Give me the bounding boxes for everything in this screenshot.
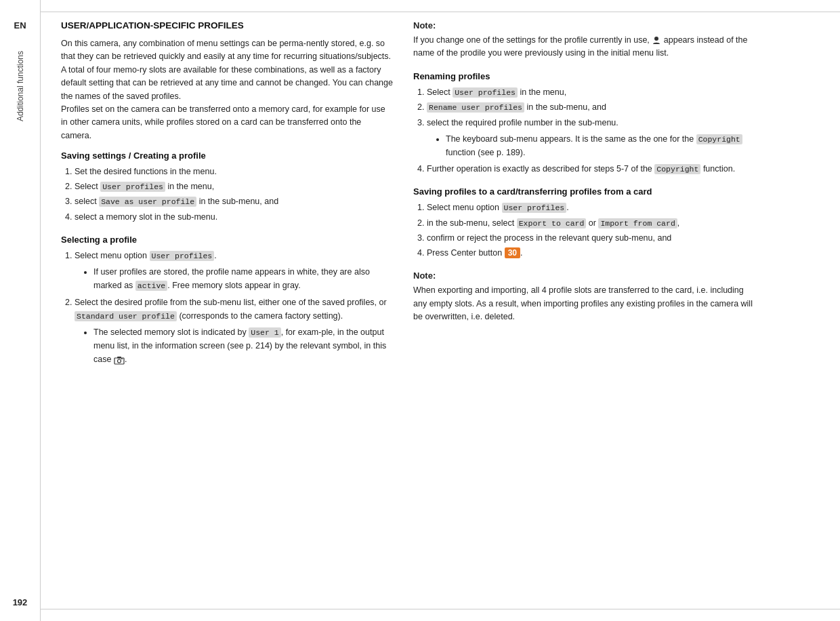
renaming-step-4: Further operation is exactly as describe… [427, 162, 759, 176]
save-as-user-profile-highlight: Save as user profile [99, 197, 196, 207]
note1-text: If you change one of the settings for th… [413, 34, 759, 60]
renaming-step-1: Select User profiles in the menu, [427, 85, 759, 99]
renaming-steps: Select User profiles in the menu, Rename… [413, 85, 759, 176]
copyright-highlight-2: Copyright [654, 164, 700, 174]
sidebar-lang: EN [14, 20, 26, 31]
renaming-title: Renaming profiles [413, 71, 759, 81]
selecting-steps: Select menu option User profiles. If use… [61, 249, 393, 367]
user-profiles-highlight-3: User profiles [453, 87, 518, 98]
page-number: 192 [13, 597, 28, 607]
user-1-highlight: User 1 [249, 327, 280, 338]
left-column: USER/APPLICATION-SPECIFIC PROFILES On th… [61, 20, 393, 601]
user-camera-icon [114, 356, 125, 365]
selecting-bullet-2a: The selected memory slot is indicated by… [93, 325, 393, 366]
note2-label: Note: [413, 271, 759, 281]
copyright-highlight-1: Copyright [696, 134, 742, 144]
saving-step-4: select a memory slot in the sub-menu. [75, 210, 393, 224]
saving-section: Saving settings / Creating a profile Set… [61, 151, 393, 224]
main-title: USER/APPLICATION-SPECIFIC PROFILES [61, 20, 393, 31]
user-profiles-highlight-1: User profiles [100, 182, 165, 192]
selecting-bullets-2: The selected memory slot is indicated by… [75, 325, 393, 366]
active-highlight: active [135, 281, 167, 291]
selecting-bullets-1: If user profiles are stored, the profile… [75, 265, 393, 292]
saving-title: Saving settings / Creating a profile [61, 151, 393, 161]
saving-card-step-2: in the sub-menu, select Export to card o… [427, 216, 759, 230]
note2-text: When exporting and importing, all 4 prof… [413, 284, 759, 323]
rename-user-profiles-highlight: Rename user profiles [427, 102, 524, 113]
saving-card-title: Saving profiles to a card/transferring p… [413, 186, 759, 197]
badge-30: 30 [505, 247, 520, 258]
sidebar: EN Additional functions 192 [0, 0, 41, 621]
svg-point-1 [117, 359, 121, 363]
svg-rect-2 [117, 357, 121, 359]
export-to-card-highlight: Export to card [517, 218, 587, 228]
selecting-bullet-1a: If user profiles are stored, the profile… [93, 265, 393, 292]
note1-label: Note: [413, 20, 759, 31]
selecting-section: Selecting a profile Select menu option U… [61, 235, 393, 367]
sidebar-rotated-label: Additional functions [16, 51, 25, 121]
saving-card-step-4: Press Center button 30. [427, 246, 759, 260]
saving-step-3: select Save as user profile in the sub-m… [75, 195, 393, 208]
note2-section: Note: When exporting and importing, all … [413, 271, 759, 323]
user-profiles-highlight-4: User profiles [502, 203, 567, 213]
import-from-card-highlight: Import from card [598, 218, 677, 228]
renaming-bullet-1: The keyboard sub-menu appears. It is the… [446, 132, 759, 159]
top-bar [41, 0, 840, 12]
saving-step-2: Select User profiles in the menu, [75, 180, 393, 193]
svg-point-5 [654, 37, 658, 41]
selecting-step-2: Select the desired profile from the sub-… [75, 296, 393, 367]
standard-user-profile-highlight: Standard user profile [75, 311, 177, 321]
note1-section: Note: If you change one of the settings … [413, 20, 759, 60]
user-profiles-highlight-2: User profiles [150, 251, 215, 261]
saving-card-section: Saving profiles to a card/transferring p… [413, 186, 759, 260]
renaming-step-2: Rename user profiles in the sub-menu, an… [427, 100, 759, 114]
main-content: USER/APPLICATION-SPECIFIC PROFILES On th… [41, 0, 840, 621]
saving-step-1: Set the desired functions in the menu. [75, 165, 393, 178]
selecting-title: Selecting a profile [61, 235, 393, 245]
saving-steps: Set the desired functions in the menu. S… [61, 165, 393, 224]
selecting-step-1: Select menu option User profiles. If use… [75, 249, 393, 293]
saving-card-step-3: confirm or reject the process in the rel… [427, 231, 759, 245]
page-wrapper: EN Additional functions 192 USER/APPLICA… [0, 0, 840, 621]
bottom-bar [41, 609, 840, 621]
right-column: Note: If you change one of the settings … [413, 20, 759, 601]
svg-point-4 [122, 357, 123, 358]
intro-text: On this camera, any combination of menu … [61, 37, 393, 142]
renaming-bullets: The keyboard sub-menu appears. It is the… [427, 132, 759, 159]
renaming-section: Renaming profiles Select User profiles i… [413, 71, 759, 176]
saving-card-step-1: Select menu option User profiles. [427, 201, 759, 214]
renaming-step-3: select the required profile number in th… [427, 116, 759, 159]
profile-icon [652, 36, 660, 45]
saving-card-steps: Select menu option User profiles. in the… [413, 201, 759, 260]
